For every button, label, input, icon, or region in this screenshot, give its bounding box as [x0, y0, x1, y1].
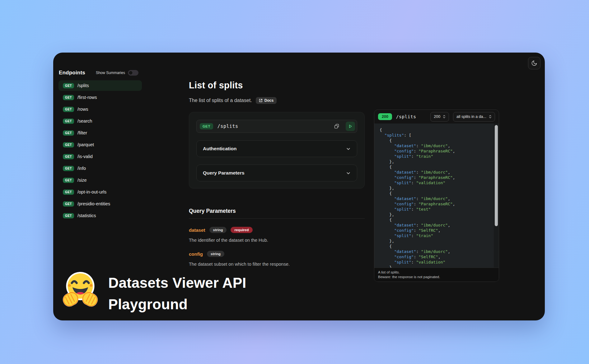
brand-title-line1: Datasets Viewer API — [108, 272, 246, 294]
method-badge: GET — [63, 83, 74, 88]
request-method-badge: GET — [200, 123, 213, 129]
method-badge: GET — [63, 189, 74, 195]
accordion-label: Query Parameters — [203, 170, 245, 176]
param-name: dataset — [189, 227, 205, 233]
param-config: configstringThe dataset subset on which … — [189, 251, 365, 267]
example-select[interactable]: all splits in a da... — [453, 112, 495, 122]
updown-icon — [489, 115, 492, 119]
query-parameters-heading: Query Parameters — [189, 208, 365, 214]
status-select-value: 200 — [434, 114, 440, 119]
response-path: /splits — [396, 114, 416, 119]
method-badge: GET — [63, 154, 74, 159]
endpoint-label: /is-valid — [77, 154, 93, 159]
request-bar: GET /splits — [196, 120, 357, 133]
sidebar-item-rows[interactable]: GET/rows — [58, 104, 142, 114]
moon-icon — [531, 60, 537, 66]
endpoints-sidebar: Endpoints Show Summaries GET/splitsGET/f… — [58, 70, 142, 222]
status-select[interactable]: 200 — [430, 112, 449, 122]
param-list: datasetstringrequiredThe identifier of t… — [189, 227, 365, 267]
request-path: /splits — [217, 124, 238, 129]
endpoint-label: /opt-in-out-urls — [77, 189, 106, 194]
sidebar-item-parquet[interactable]: GET/parquet — [58, 139, 142, 150]
sidebar-item-info[interactable]: GET/info — [58, 163, 142, 174]
method-badge: GET — [63, 213, 74, 218]
param-type-badge: string — [207, 251, 224, 257]
endpoint-list: GET/splitsGET/first-rowsGET/rowsGET/sear… — [58, 80, 142, 221]
request-panel: GET /splits AuthenticationQuery Paramete… — [189, 112, 365, 189]
param-name: config — [189, 251, 203, 257]
example-select-value: all splits in a da... — [456, 114, 486, 119]
accordion-group: AuthenticationQuery Parameters — [196, 140, 357, 181]
response-json: { "splits": [ { "dataset": "ibm/duorc", … — [374, 124, 499, 268]
param-description: The identifier of the dataset on the Hub… — [189, 238, 365, 243]
page-description: The list of splits of a dataset. — [189, 98, 252, 103]
brand-title-line2: Playground — [108, 294, 246, 315]
brand: Datasets Viewer API Playground — [61, 270, 246, 315]
copy-icon — [334, 123, 340, 129]
endpoint-label: /statistics — [77, 213, 96, 218]
updown-icon — [443, 115, 446, 119]
method-badge: GET — [63, 142, 74, 147]
dark-mode-button[interactable] — [528, 57, 540, 69]
response-note: Beware: the response is not paginated. — [378, 275, 495, 279]
endpoint-label: /first-rows — [77, 95, 97, 100]
show-summaries-toggle[interactable] — [128, 70, 138, 76]
response-header: 200 /splits 200 all splits in a da... — [374, 110, 499, 124]
accordion-authentication[interactable]: Authentication — [196, 140, 357, 157]
method-badge: GET — [63, 130, 74, 136]
endpoint-label: /parquet — [77, 142, 94, 147]
docs-button[interactable]: Docs — [256, 97, 277, 104]
scrollbar-thumb[interactable] — [495, 125, 498, 226]
hugging-face-emoji — [61, 270, 100, 310]
sidebar-item-splits[interactable]: GET/splits — [58, 80, 142, 91]
copy-button[interactable] — [332, 122, 341, 131]
external-link-icon — [259, 99, 263, 102]
method-badge: GET — [63, 166, 74, 171]
sidebar-header: Endpoints Show Summaries — [58, 70, 142, 76]
endpoint-label: /presidio-entities — [77, 201, 110, 206]
response-body: { "splits": [ { "dataset": "ibm/duorc", … — [374, 124, 499, 268]
run-request-button[interactable] — [346, 122, 355, 131]
response-footer: A list of splits.Beware: the response is… — [374, 268, 499, 282]
sidebar-item-filter[interactable]: GET/filter — [58, 128, 142, 138]
sidebar-item-presidio-entities[interactable]: GET/presidio-entities — [58, 198, 142, 209]
response-panel: 200 /splits 200 all splits in a da... { … — [374, 110, 499, 282]
status-badge: 200 — [378, 113, 392, 120]
endpoint-label: /size — [77, 178, 87, 183]
sidebar-item-opt-in-out-urls[interactable]: GET/opt-in-out-urls — [58, 187, 142, 197]
param-dataset: datasetstringrequiredThe identifier of t… — [189, 227, 365, 243]
endpoint-label: /search — [77, 119, 92, 124]
divider — [189, 218, 365, 219]
sidebar-item-statistics[interactable]: GET/statistics — [58, 210, 142, 221]
method-badge: GET — [63, 119, 74, 124]
chevron-down-icon — [346, 147, 351, 151]
docs-button-label: Docs — [264, 98, 273, 103]
sidebar-title: Endpoints — [59, 70, 85, 76]
response-note: A list of splits. — [378, 270, 495, 275]
method-badge: GET — [63, 201, 74, 207]
param-description: The dataset subset on which to filter th… — [189, 262, 365, 267]
method-badge: GET — [63, 178, 74, 183]
page-title: List of splits — [189, 80, 365, 91]
accordion-query-parameters[interactable]: Query Parameters — [196, 165, 357, 181]
chevron-down-icon — [346, 171, 351, 175]
endpoint-label: /splits — [77, 83, 89, 88]
app-card: Endpoints Show Summaries GET/splitsGET/f… — [53, 53, 545, 320]
accordion-label: Authentication — [203, 146, 237, 152]
endpoint-label: /info — [77, 166, 86, 171]
play-icon — [348, 124, 353, 129]
sidebar-item-search[interactable]: GET/search — [58, 116, 142, 126]
param-type-badge: string — [209, 227, 227, 233]
method-badge: GET — [63, 107, 74, 112]
method-badge: GET — [63, 95, 74, 100]
toggle-knob — [129, 71, 133, 75]
show-summaries-label: Show Summaries — [96, 71, 125, 75]
main-content: List of splits The list of splits of a d… — [189, 80, 365, 267]
param-required-badge: required — [231, 227, 252, 233]
brand-title: Datasets Viewer API Playground — [108, 272, 246, 315]
endpoint-label: /filter — [77, 130, 87, 135]
sidebar-item-size[interactable]: GET/size — [58, 175, 142, 185]
endpoint-label: /rows — [77, 107, 88, 112]
sidebar-item-is-valid[interactable]: GET/is-valid — [58, 151, 142, 162]
sidebar-item-first-rows[interactable]: GET/first-rows — [58, 92, 142, 103]
